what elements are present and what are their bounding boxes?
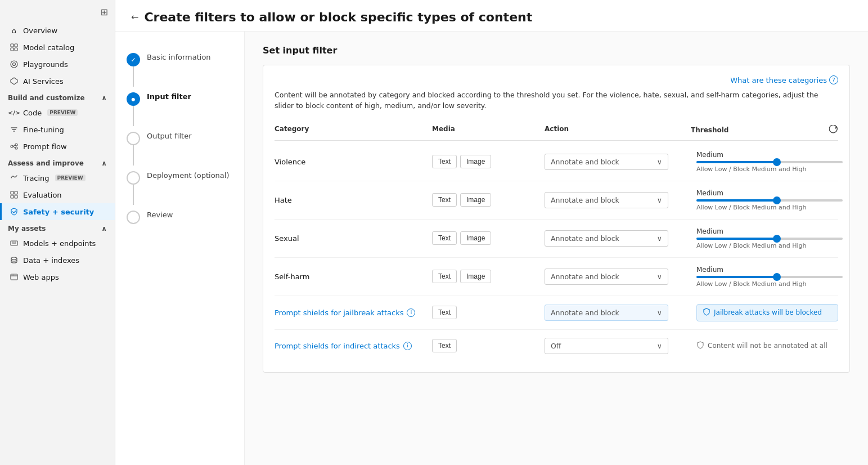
- text-button-violence[interactable]: Text: [432, 155, 457, 168]
- media-self-harm: Text Image: [432, 270, 545, 283]
- info-text: Content will be annotated by category an…: [275, 90, 838, 111]
- wizard-step-output-filter[interactable]: Output filter: [127, 126, 233, 166]
- back-button[interactable]: ←: [131, 12, 138, 23]
- sidebar-item-label: Evaluation: [23, 191, 62, 199]
- threshold-sexual: Medium Allow Low / Block Medium and High: [691, 227, 843, 249]
- svg-rect-13: [15, 195, 17, 198]
- svg-rect-16: [11, 274, 17, 280]
- action-jailbreak: Annotate and block ∨: [545, 305, 691, 321]
- sidebar-item-label: Playgrounds: [23, 60, 68, 69]
- shield-outline-icon: [696, 341, 704, 351]
- chevron-down-icon: ∨: [657, 272, 662, 281]
- chevron-down-icon: ∨: [657, 234, 662, 243]
- sidebar-item-label: Tracing: [23, 174, 50, 182]
- svg-point-4: [11, 61, 17, 68]
- sidebar-item-fine-tuning[interactable]: Fine-tuning: [0, 121, 115, 138]
- action-dropdown-jailbreak[interactable]: Annotate and block ∨: [545, 305, 668, 321]
- media-hate: Text Image: [432, 193, 545, 207]
- page-header: ← Create filters to allow or block speci…: [115, 0, 868, 32]
- section-my-assets[interactable]: My assets ∧: [0, 220, 115, 235]
- step-label-input-filter[interactable]: Input filter: [147, 87, 191, 114]
- action-dropdown-indirect[interactable]: Off ∨: [545, 338, 668, 354]
- sidebar-item-evaluation[interactable]: Evaluation: [0, 186, 115, 203]
- section-assess-improve[interactable]: Assess and improve ∧: [0, 155, 115, 169]
- sidebar-item-safety-security[interactable]: Safety + security: [0, 203, 115, 220]
- header-action: Action: [545, 125, 691, 136]
- action-dropdown-hate[interactable]: Annotate and block ∨: [545, 192, 668, 208]
- data-indexes-icon: [10, 256, 19, 265]
- slider-hate[interactable]: [696, 199, 843, 202]
- chevron-down-icon: ∨: [657, 158, 662, 166]
- header-category: Category: [275, 125, 432, 136]
- sidebar-item-label: Overview: [23, 26, 57, 35]
- sidebar-item-model-catalog[interactable]: Model catalog: [0, 39, 115, 56]
- step-label-basic-info[interactable]: Basic information: [147, 47, 211, 75]
- table-header: Category Media Action Threshold: [275, 122, 838, 141]
- text-button-jailbreak[interactable]: Text: [432, 306, 457, 319]
- image-button-sexual[interactable]: Image: [460, 231, 491, 245]
- step-label-review[interactable]: Review: [147, 205, 173, 232]
- category-jailbreak: Prompt shields for jailbreak attacks i: [275, 308, 432, 317]
- chevron-down-icon: ∨: [657, 196, 662, 204]
- filter-card: What are these categories ? Content will…: [263, 65, 850, 373]
- slider-violence[interactable]: [696, 161, 843, 163]
- sidebar-item-label: Code: [23, 109, 42, 117]
- svg-rect-11: [15, 191, 17, 194]
- sidebar-item-models-endpoints[interactable]: Models + endpoints: [0, 235, 115, 252]
- action-dropdown-self-harm[interactable]: Annotate and block ∨: [545, 269, 668, 285]
- svg-rect-10: [11, 191, 14, 194]
- action-indirect: Off ∨: [545, 338, 691, 354]
- slider-sexual[interactable]: [696, 238, 843, 240]
- prompt-flow-icon: [10, 142, 19, 151]
- svg-point-15: [11, 257, 17, 260]
- sidebar-item-label: Data + indexes: [23, 256, 79, 265]
- wizard-panel: ✓ Basic information ● Input filter: [115, 32, 245, 465]
- form-area: Set input filter What are these categori…: [245, 32, 868, 465]
- blocked-badge-jailbreak: Jailbreak attacks will be blocked: [696, 304, 838, 321]
- chevron-down-icon: ∨: [657, 308, 662, 317]
- slider-self-harm[interactable]: [696, 276, 843, 278]
- text-button-indirect[interactable]: Text: [432, 339, 457, 352]
- sidebar-item-label: Models + endpoints: [23, 239, 96, 248]
- sidebar-item-playgrounds[interactable]: Playgrounds: [0, 56, 115, 73]
- wizard-step-review[interactable]: Review: [127, 205, 233, 232]
- what-are-categories-row: What are these categories ?: [275, 75, 838, 84]
- image-button-hate[interactable]: Image: [460, 193, 491, 207]
- what-are-categories-link[interactable]: What are these categories ?: [730, 75, 838, 84]
- table-row: Violence Text Image Annotate and block ∨…: [275, 143, 838, 181]
- wizard-step-deployment[interactable]: Deployment (optional): [127, 166, 233, 205]
- sidebar-item-web-apps[interactable]: Web apps: [0, 269, 115, 285]
- collapse-icon[interactable]: ⊞: [101, 7, 108, 17]
- action-dropdown-sexual[interactable]: Annotate and block ∨: [545, 230, 668, 247]
- chevron-down-icon: ∨: [657, 342, 662, 350]
- image-button-self-harm[interactable]: Image: [460, 270, 491, 283]
- text-button-self-harm[interactable]: Text: [432, 270, 457, 283]
- reset-threshold-button[interactable]: [829, 125, 838, 136]
- header-threshold: Threshold: [691, 125, 838, 136]
- action-dropdown-violence[interactable]: Annotate and block ∨: [545, 154, 668, 170]
- svg-rect-0: [11, 44, 14, 47]
- table-row: Self-harm Text Image Annotate and block …: [275, 258, 838, 296]
- wizard-step-basic-info[interactable]: ✓ Basic information: [127, 47, 233, 87]
- media-sexual: Text Image: [432, 231, 545, 245]
- sidebar-item-data-indexes[interactable]: Data + indexes: [0, 252, 115, 269]
- threshold-jailbreak: Jailbreak attacks will be blocked: [691, 304, 838, 321]
- threshold-violence: Medium Allow Low / Block Medium and High: [691, 151, 843, 173]
- text-button-hate[interactable]: Text: [432, 193, 457, 207]
- sidebar-item-prompt-flow[interactable]: Prompt flow: [0, 138, 115, 155]
- threshold-self-harm: Medium Allow Low / Block Medium and High: [691, 266, 843, 288]
- media-indirect: Text: [432, 339, 545, 352]
- sidebar-item-tracing[interactable]: Tracing PREVIEW: [0, 169, 115, 186]
- sidebar-item-ai-services[interactable]: AI Services: [0, 73, 115, 90]
- image-button-violence[interactable]: Image: [460, 155, 491, 168]
- section-build-customize[interactable]: Build and customize ∧: [0, 90, 115, 104]
- step-label-output-filter[interactable]: Output filter: [147, 126, 192, 154]
- page-title: Create filters to allow or block specifi…: [144, 10, 532, 24]
- svg-rect-3: [15, 48, 17, 51]
- text-button-sexual[interactable]: Text: [432, 231, 457, 245]
- wizard-step-input-filter[interactable]: ● Input filter: [127, 87, 233, 126]
- sidebar-item-code[interactable]: </> Code PREVIEW: [0, 104, 115, 121]
- sidebar-item-overview[interactable]: ⌂ Overview: [0, 22, 115, 39]
- step-label-deployment[interactable]: Deployment (optional): [147, 166, 229, 193]
- section-title: Set input filter: [263, 45, 850, 56]
